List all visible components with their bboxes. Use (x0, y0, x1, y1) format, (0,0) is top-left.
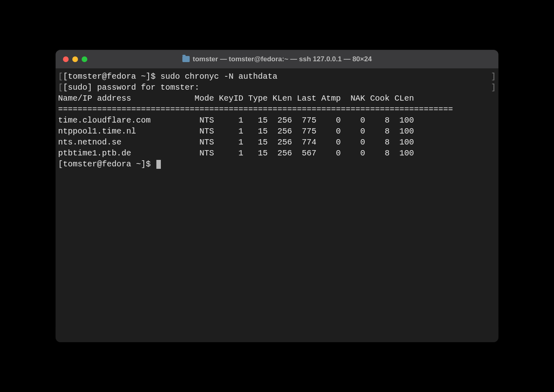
folder-icon (182, 56, 190, 62)
terminal-body[interactable]: [[tomster@fedora ~]$ sudo chronyc -N aut… (56, 69, 498, 342)
sudo-prompt: [sudo] password for tomster: (63, 83, 199, 92)
table-row: ntppool1.time.nl NTS 1 15 256 775 0 0 8 … (58, 126, 496, 137)
window-title: tomster — tomster@fedora:~ — ssh 127.0.0… (193, 55, 372, 63)
minimize-button[interactable] (72, 56, 78, 62)
traffic-lights (63, 56, 87, 62)
cursor-icon (156, 160, 161, 169)
close-button[interactable] (63, 56, 69, 62)
title-wrap: tomster — tomster@fedora:~ — ssh 127.0.0… (56, 55, 498, 63)
table-row: time.cloudflare.com NTS 1 15 256 775 0 0… (58, 115, 496, 126)
shell-prompt: [tomster@fedora ~]$ (58, 159, 156, 169)
terminal-window: tomster — tomster@fedora:~ — ssh 127.0.0… (56, 50, 498, 342)
table-row: nts.netnod.se NTS 1 15 256 774 0 0 8 100 (58, 137, 496, 148)
table-separator: ========================================… (58, 104, 496, 115)
titlebar: tomster — tomster@fedora:~ — ssh 127.0.0… (56, 50, 498, 69)
table-header: Name/IP address Mode KeyID Type KLen Las… (58, 93, 496, 104)
shell-prompt: [tomster@fedora ~]$ (63, 72, 160, 81)
maximize-button[interactable] (82, 56, 87, 62)
table-row: ptbtime1.ptb.de NTS 1 15 256 567 0 0 8 1… (58, 148, 496, 159)
command-input: sudo chronyc -N authdata (160, 72, 277, 81)
